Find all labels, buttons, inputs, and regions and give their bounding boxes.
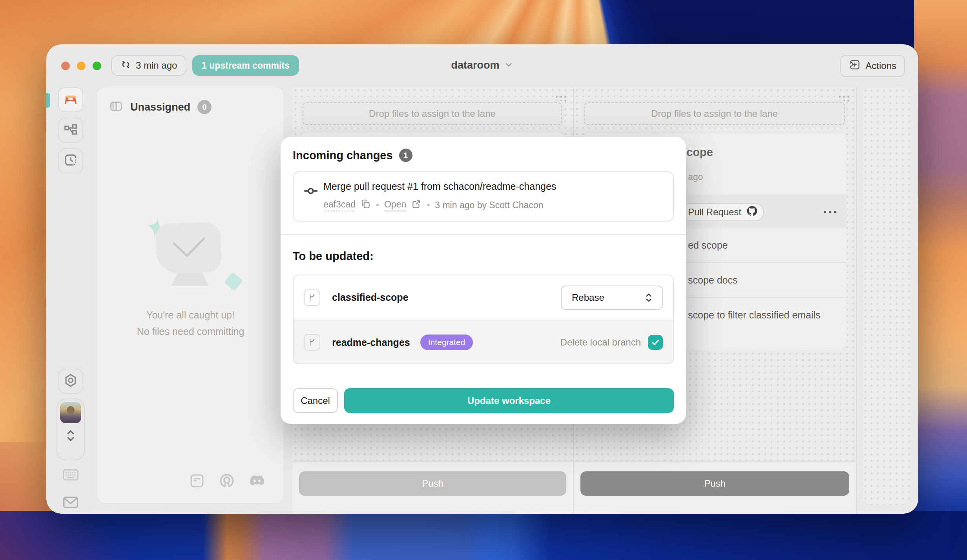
keyboard-shortcuts-icon[interactable] [62, 467, 79, 484]
monitor-stand [171, 273, 209, 286]
commit-row-fragment[interactable]: scope docs [688, 275, 737, 286]
rail-settings-button[interactable] [58, 369, 83, 394]
delete-local-branch-label: Delete local branch [560, 337, 641, 348]
workbench-icon [63, 91, 78, 108]
commit-sha[interactable]: eaf3cad [323, 199, 356, 211]
mail-icon[interactable] [62, 495, 79, 512]
wallpaper-right-band [914, 0, 967, 560]
open-source-icon[interactable] [219, 473, 235, 491]
sparkle-box-icon [849, 59, 861, 73]
incoming-commit-card: Merge pull request #1 from schacon/readm… [293, 171, 674, 222]
incoming-changes-modal: Incoming changes 1 Merge pull request #1… [281, 137, 686, 424]
branches-graph-icon [63, 122, 78, 138]
unassigned-panel: Unassigned 0 You're all caught up! No fi… [97, 87, 284, 504]
commit-row-fragment[interactable]: ed scope [688, 240, 728, 251]
project-switcher[interactable]: dataroom [451, 59, 513, 71]
github-icon [746, 205, 758, 219]
unassigned-title: Unassigned [130, 101, 190, 113]
lane-divider [856, 87, 857, 514]
commit-icon [303, 183, 319, 200]
pr-status-link[interactable]: Open [384, 199, 406, 211]
drop-files-zone[interactable]: Drop files to assign to the lane [300, 100, 564, 127]
sync-button[interactable]: 3 min ago [111, 55, 186, 76]
branches-to-update-list: classified-scope Rebase readme-changes I… [293, 275, 674, 364]
push-button-right[interactable]: Push [580, 471, 849, 496]
commit-row-fragment[interactable]: scope to filter classified emails [688, 309, 821, 321]
incoming-commit-title: Merge pull request #1 from schacon/readm… [323, 181, 556, 192]
copy-icon[interactable] [361, 199, 371, 211]
project-name: dataroom [451, 59, 499, 71]
rail-branches-button[interactable] [58, 118, 83, 143]
rail-workspace-button[interactable] [58, 87, 83, 112]
zoom-window-button[interactable] [93, 62, 101, 70]
columns-icon [109, 99, 123, 115]
cancel-button[interactable]: Cancel [293, 388, 338, 413]
update-action-select[interactable]: Rebase [561, 285, 663, 310]
minimize-window-button[interactable] [77, 62, 86, 70]
branch-icon [304, 334, 320, 351]
close-window-button[interactable] [61, 62, 70, 70]
push-button-left[interactable]: Push [299, 471, 566, 496]
history-clock-icon [63, 153, 78, 169]
empty-state-title: You're all caught up! [97, 309, 284, 321]
account-switcher[interactable] [57, 398, 85, 460]
more-options-icon[interactable] [824, 211, 836, 213]
actions-button[interactable]: Actions [840, 55, 905, 77]
sync-icon [120, 59, 131, 72]
branch-card-time-fragment: ago [688, 172, 703, 182]
integrated-badge: Integrated [420, 335, 473, 350]
branch-name: readme-changes [332, 337, 410, 348]
actions-label: Actions [865, 60, 896, 71]
upstream-commits-badge[interactable]: 1 upstream commits [192, 55, 299, 76]
diamond-decoration [224, 272, 243, 291]
incoming-count-badge: 1 [399, 149, 412, 162]
branch-row: classified-scope Rebase [294, 275, 673, 320]
branch-icon [304, 289, 320, 306]
commit-meta: 3 min ago by Scott Chacon [435, 200, 543, 211]
empty-state-illustration [155, 222, 222, 274]
avatar [60, 402, 81, 423]
external-link-icon[interactable] [411, 199, 421, 211]
branch-card-title-fragment: cope [686, 146, 713, 159]
chevron-updown-icon [64, 427, 77, 445]
sync-label: 3 min ago [136, 60, 177, 71]
to-be-updated-label: To be updated: [293, 250, 374, 263]
branch-name: classified-scope [332, 292, 409, 303]
update-workspace-button[interactable]: Update workspace [344, 388, 674, 413]
delete-branch-checkbox[interactable] [648, 335, 663, 350]
lane-empty [862, 87, 911, 505]
branch-row: readme-changes Integrated Delete local b… [294, 320, 673, 364]
drop-files-zone[interactable]: Drop files to assign to the lane [582, 100, 847, 127]
app-window: 3 min ago 1 upstream commits dataroom Ac… [46, 44, 918, 514]
active-rail-indicator [46, 93, 50, 108]
modal-title: Incoming changes [293, 149, 393, 162]
changelog-icon[interactable] [189, 473, 205, 491]
chevron-down-icon [504, 60, 514, 71]
unassigned-count-badge: 0 [197, 100, 212, 114]
select-chevrons-icon [643, 291, 654, 304]
discord-icon[interactable] [248, 473, 266, 491]
gear-icon [63, 373, 78, 389]
empty-state-subtitle: No files need committing [97, 326, 284, 337]
rail-history-button[interactable] [58, 148, 83, 173]
